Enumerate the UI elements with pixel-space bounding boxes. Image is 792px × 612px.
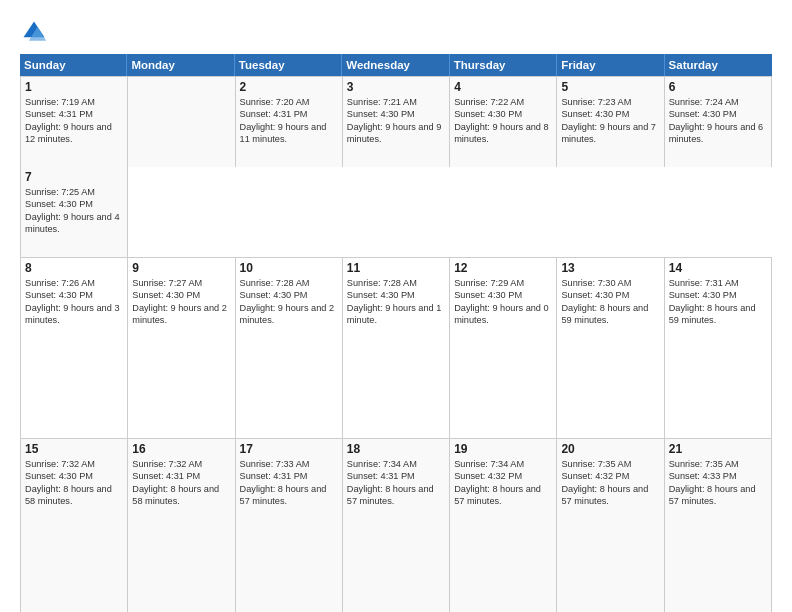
- sunset-text: Sunset: 4:30 PM: [25, 470, 123, 482]
- sunset-text: Sunset: 4:30 PM: [669, 289, 767, 301]
- sunset-text: Sunset: 4:33 PM: [669, 470, 767, 482]
- daylight-text: Daylight: 9 hours and 6 minutes.: [669, 121, 767, 146]
- day-num: 14: [669, 261, 767, 275]
- cal-cell-20: 20Sunrise: 7:35 AMSunset: 4:32 PMDayligh…: [557, 439, 664, 612]
- sunrise-text: Sunrise: 7:27 AM: [132, 277, 230, 289]
- calendar-body: 1Sunrise: 7:19 AMSunset: 4:31 PMDaylight…: [20, 76, 772, 612]
- cal-cell-10: 10Sunrise: 7:28 AMSunset: 4:30 PMDayligh…: [236, 258, 343, 438]
- day-num: 2: [240, 80, 338, 94]
- sunset-text: Sunset: 4:30 PM: [454, 108, 552, 120]
- cal-cell-8: 8Sunrise: 7:26 AMSunset: 4:30 PMDaylight…: [21, 258, 128, 438]
- sunset-text: Sunset: 4:32 PM: [561, 470, 659, 482]
- sunset-text: Sunset: 4:30 PM: [132, 289, 230, 301]
- daylight-text: Daylight: 9 hours and 3 minutes.: [25, 302, 123, 327]
- header-day-thursday: Thursday: [450, 54, 557, 76]
- sunrise-text: Sunrise: 7:34 AM: [347, 458, 445, 470]
- daylight-text: Daylight: 9 hours and 0 minutes.: [454, 302, 552, 327]
- cal-cell-16: 16Sunrise: 7:32 AMSunset: 4:31 PMDayligh…: [128, 439, 235, 612]
- daylight-text: Daylight: 8 hours and 57 minutes.: [347, 483, 445, 508]
- daylight-text: Daylight: 9 hours and 9 minutes.: [347, 121, 445, 146]
- sunrise-text: Sunrise: 7:32 AM: [25, 458, 123, 470]
- sunset-text: Sunset: 4:30 PM: [561, 289, 659, 301]
- sunrise-text: Sunrise: 7:24 AM: [669, 96, 767, 108]
- day-num: 20: [561, 442, 659, 456]
- cal-cell-7: 7Sunrise: 7:25 AMSunset: 4:30 PMDaylight…: [21, 167, 128, 257]
- day-num: 13: [561, 261, 659, 275]
- calendar-week-3: 15Sunrise: 7:32 AMSunset: 4:30 PMDayligh…: [21, 439, 772, 612]
- sunrise-text: Sunrise: 7:33 AM: [240, 458, 338, 470]
- day-num: 21: [669, 442, 767, 456]
- sunset-text: Sunset: 4:31 PM: [347, 470, 445, 482]
- sunrise-text: Sunrise: 7:35 AM: [669, 458, 767, 470]
- sunrise-text: Sunrise: 7:23 AM: [561, 96, 659, 108]
- sunrise-text: Sunrise: 7:28 AM: [240, 277, 338, 289]
- cal-cell-21: 21Sunrise: 7:35 AMSunset: 4:33 PMDayligh…: [665, 439, 772, 612]
- day-num: 18: [347, 442, 445, 456]
- day-num: 10: [240, 261, 338, 275]
- daylight-text: Daylight: 9 hours and 4 minutes.: [25, 211, 123, 236]
- cal-cell-12: 12Sunrise: 7:29 AMSunset: 4:30 PMDayligh…: [450, 258, 557, 438]
- header-day-friday: Friday: [557, 54, 664, 76]
- cal-cell-3: 3Sunrise: 7:21 AMSunset: 4:30 PMDaylight…: [343, 77, 450, 167]
- daylight-text: Daylight: 8 hours and 58 minutes.: [25, 483, 123, 508]
- sunrise-text: Sunrise: 7:26 AM: [25, 277, 123, 289]
- day-num: 6: [669, 80, 767, 94]
- logo: [20, 18, 52, 46]
- sunset-text: Sunset: 4:31 PM: [25, 108, 123, 120]
- sunrise-text: Sunrise: 7:30 AM: [561, 277, 659, 289]
- day-num: 19: [454, 442, 552, 456]
- daylight-text: Daylight: 9 hours and 2 minutes.: [240, 302, 338, 327]
- cal-cell-14: 14Sunrise: 7:31 AMSunset: 4:30 PMDayligh…: [665, 258, 772, 438]
- day-num: 9: [132, 261, 230, 275]
- sunset-text: Sunset: 4:31 PM: [132, 470, 230, 482]
- cal-cell-9: 9Sunrise: 7:27 AMSunset: 4:30 PMDaylight…: [128, 258, 235, 438]
- daylight-text: Daylight: 8 hours and 59 minutes.: [561, 302, 659, 327]
- daylight-text: Daylight: 9 hours and 2 minutes.: [132, 302, 230, 327]
- calendar: SundayMondayTuesdayWednesdayThursdayFrid…: [20, 54, 772, 612]
- cal-cell-1: 1Sunrise: 7:19 AMSunset: 4:31 PMDaylight…: [21, 77, 128, 167]
- day-num: 17: [240, 442, 338, 456]
- logo-icon: [20, 18, 48, 46]
- day-num: 11: [347, 261, 445, 275]
- top-area: [20, 18, 772, 46]
- day-num: 16: [132, 442, 230, 456]
- daylight-text: Daylight: 8 hours and 57 minutes.: [454, 483, 552, 508]
- sunset-text: Sunset: 4:30 PM: [347, 108, 445, 120]
- sunrise-text: Sunrise: 7:25 AM: [25, 186, 123, 198]
- calendar-week-2: 8Sunrise: 7:26 AMSunset: 4:30 PMDaylight…: [21, 258, 772, 439]
- sunset-text: Sunset: 4:31 PM: [240, 470, 338, 482]
- sunrise-text: Sunrise: 7:35 AM: [561, 458, 659, 470]
- sunset-text: Sunset: 4:30 PM: [561, 108, 659, 120]
- day-num: 1: [25, 80, 123, 94]
- cal-cell-11: 11Sunrise: 7:28 AMSunset: 4:30 PMDayligh…: [343, 258, 450, 438]
- sunset-text: Sunset: 4:31 PM: [240, 108, 338, 120]
- daylight-text: Daylight: 8 hours and 57 minutes.: [669, 483, 767, 508]
- daylight-text: Daylight: 9 hours and 11 minutes.: [240, 121, 338, 146]
- sunrise-text: Sunrise: 7:29 AM: [454, 277, 552, 289]
- daylight-text: Daylight: 9 hours and 7 minutes.: [561, 121, 659, 146]
- daylight-text: Daylight: 8 hours and 58 minutes.: [132, 483, 230, 508]
- sunrise-text: Sunrise: 7:20 AM: [240, 96, 338, 108]
- cal-cell-13: 13Sunrise: 7:30 AMSunset: 4:30 PMDayligh…: [557, 258, 664, 438]
- sunset-text: Sunset: 4:30 PM: [25, 289, 123, 301]
- calendar-week-1: 1Sunrise: 7:19 AMSunset: 4:31 PMDaylight…: [21, 77, 772, 258]
- day-num: 3: [347, 80, 445, 94]
- header-day-saturday: Saturday: [665, 54, 772, 76]
- header-day-sunday: Sunday: [20, 54, 127, 76]
- sunrise-text: Sunrise: 7:21 AM: [347, 96, 445, 108]
- cal-cell-15: 15Sunrise: 7:32 AMSunset: 4:30 PMDayligh…: [21, 439, 128, 612]
- daylight-text: Daylight: 8 hours and 57 minutes.: [240, 483, 338, 508]
- sunrise-text: Sunrise: 7:28 AM: [347, 277, 445, 289]
- cal-cell-6: 6Sunrise: 7:24 AMSunset: 4:30 PMDaylight…: [665, 77, 772, 167]
- sunrise-text: Sunrise: 7:32 AM: [132, 458, 230, 470]
- daylight-text: Daylight: 9 hours and 8 minutes.: [454, 121, 552, 146]
- cal-cell-17: 17Sunrise: 7:33 AMSunset: 4:31 PMDayligh…: [236, 439, 343, 612]
- sunrise-text: Sunrise: 7:19 AM: [25, 96, 123, 108]
- cal-cell-4: 4Sunrise: 7:22 AMSunset: 4:30 PMDaylight…: [450, 77, 557, 167]
- daylight-text: Daylight: 8 hours and 59 minutes.: [669, 302, 767, 327]
- page: SundayMondayTuesdayWednesdayThursdayFrid…: [0, 0, 792, 612]
- sunset-text: Sunset: 4:30 PM: [454, 289, 552, 301]
- day-num: 5: [561, 80, 659, 94]
- cal-cell-19: 19Sunrise: 7:34 AMSunset: 4:32 PMDayligh…: [450, 439, 557, 612]
- day-num: 7: [25, 170, 123, 184]
